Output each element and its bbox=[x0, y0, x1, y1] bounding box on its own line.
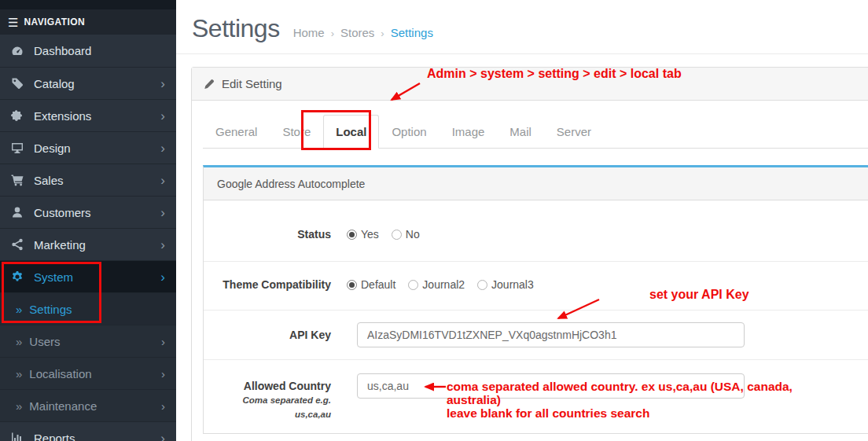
user-icon bbox=[11, 206, 24, 219]
sidebar-item-label: Extensions bbox=[34, 109, 160, 123]
chevron-right-icon: › bbox=[161, 336, 167, 347]
tab-local[interactable]: Local bbox=[323, 115, 379, 149]
sidebar-item-settings[interactable]: »Settings bbox=[0, 292, 176, 325]
sidebar-navigation-label: NAVIGATION bbox=[24, 17, 85, 28]
share-icon bbox=[11, 238, 24, 251]
sidebar-item-localisation[interactable]: »Localisation› bbox=[0, 357, 176, 389]
tag-icon bbox=[11, 77, 24, 90]
section-title: Google Address Autocomplete bbox=[204, 167, 868, 200]
edit-setting-panel: Edit Setting GeneralStoreLocalOptionImag… bbox=[191, 67, 868, 441]
tab-mail[interactable]: Mail bbox=[497, 115, 544, 149]
chevron-right-icon: › bbox=[160, 270, 167, 284]
radio-button-icon bbox=[408, 280, 418, 290]
chevron-right-icon: › bbox=[160, 109, 167, 123]
sidebar-item-design[interactable]: Design› bbox=[0, 131, 176, 164]
radio-theme-compatibility-default[interactable]: Default bbox=[347, 278, 395, 291]
sidebar-item-label: Reports bbox=[34, 432, 160, 441]
radio-option-label: Journal2 bbox=[422, 278, 465, 291]
radio-option-label: No bbox=[406, 228, 420, 241]
breadcrumb-separator-icon: › bbox=[331, 28, 334, 39]
chevron-right-icon: › bbox=[161, 368, 167, 380]
radio-group: YesNo bbox=[347, 228, 868, 241]
sidebar-item-system[interactable]: System› bbox=[0, 260, 176, 292]
tab-option[interactable]: Option bbox=[379, 115, 439, 149]
page-title: Settings bbox=[192, 14, 280, 43]
radio-button-icon bbox=[347, 280, 357, 290]
sidebar-navigation-header[interactable]: ☰ NAVIGATION bbox=[0, 9, 176, 35]
double-chevron-icon: » bbox=[16, 367, 22, 380]
tab-store[interactable]: Store bbox=[270, 115, 323, 149]
radio-status-yes[interactable]: Yes bbox=[347, 228, 379, 241]
sidebar-menu: DashboardCatalog›Extensions›Design›Sales… bbox=[0, 35, 176, 441]
sidebar-item-label: System bbox=[34, 270, 160, 284]
chevron-right-icon: › bbox=[160, 77, 167, 90]
sidebar-item-sales[interactable]: Sales› bbox=[0, 164, 176, 196]
sidebar-item-reports[interactable]: Reports› bbox=[0, 421, 176, 441]
form-row-allowed-country: Allowed Country Coma separated e.g. us,c… bbox=[204, 360, 868, 433]
sidebar-item-label: Users bbox=[29, 335, 161, 348]
breadcrumb-separator-icon: › bbox=[381, 28, 384, 39]
radio-option-label: Journal3 bbox=[491, 278, 534, 291]
sidebar-item-label: Marketing bbox=[34, 238, 160, 252]
field-label: Allowed Country Coma separated e.g. us,c… bbox=[216, 373, 331, 421]
chevron-right-icon: › bbox=[160, 432, 167, 441]
breadcrumb: Home›Stores›Settings bbox=[293, 26, 433, 39]
radio-theme-compatibility-journal3[interactable]: Journal3 bbox=[477, 278, 534, 291]
sidebar-item-extensions[interactable]: Extensions› bbox=[0, 99, 176, 131]
tab-server[interactable]: Server bbox=[544, 115, 604, 149]
breadcrumb-home[interactable]: Home bbox=[293, 26, 325, 39]
sidebar-item-customers[interactable]: Customers› bbox=[0, 196, 176, 228]
field-control bbox=[357, 322, 868, 347]
tab-bar: GeneralStoreLocalOptionImageMailServer bbox=[203, 115, 868, 149]
form-rows: StatusYesNoTheme CompatibilityDefaultJou… bbox=[204, 200, 868, 433]
panel-title: Edit Setting bbox=[222, 77, 282, 90]
puzzle-icon bbox=[11, 109, 24, 122]
radio-button-icon bbox=[392, 230, 402, 240]
gear-icon bbox=[11, 270, 24, 283]
chevron-right-icon: › bbox=[160, 174, 167, 187]
sidebar-item-label: Sales bbox=[34, 174, 160, 187]
field-control bbox=[357, 373, 868, 399]
sidebar-item-dashboard[interactable]: Dashboard bbox=[0, 35, 176, 67]
field-label: Status bbox=[216, 228, 331, 241]
opencart-admin-settings-page: { "sidebar": { "header": { "label": "NAV… bbox=[0, 0, 868, 441]
tab-image[interactable]: Image bbox=[440, 115, 498, 149]
radio-group: DefaultJournal2Journal3 bbox=[347, 278, 868, 291]
monitor-icon bbox=[11, 141, 24, 154]
radio-option-label: Yes bbox=[361, 228, 379, 241]
double-chevron-icon: » bbox=[16, 303, 22, 316]
dashboard-icon bbox=[11, 45, 24, 57]
bar-chart-icon bbox=[11, 432, 24, 441]
sidebar-item-catalog[interactable]: Catalog› bbox=[0, 67, 176, 99]
chevron-right-icon: › bbox=[160, 206, 167, 219]
panel-heading: Edit Setting bbox=[192, 68, 868, 101]
form-row-theme-compatibility: Theme CompatibilityDefaultJournal2Journa… bbox=[204, 262, 868, 311]
field-control: DefaultJournal2Journal3 bbox=[357, 278, 868, 291]
sidebar-item-marketing[interactable]: Marketing› bbox=[0, 228, 176, 260]
sidebar: ☰ NAVIGATION DashboardCatalog›Extensions… bbox=[0, 0, 176, 441]
pencil-icon bbox=[204, 79, 215, 90]
chevron-right-icon: › bbox=[160, 238, 167, 252]
google-address-autocomplete-panel: Google Address Autocomplete StatusYesNoT… bbox=[203, 165, 868, 434]
form-row-api-key: API Key bbox=[204, 311, 868, 360]
field-label: Theme Compatibility bbox=[216, 278, 331, 292]
sidebar-item-users[interactable]: »Users› bbox=[0, 325, 176, 357]
sidebar-item-label: Maintenance bbox=[29, 399, 161, 413]
sidebar-item-label: Localisation bbox=[29, 367, 161, 380]
sidebar-item-label: Catalog bbox=[34, 77, 160, 90]
radio-button-icon bbox=[477, 280, 487, 290]
allowed-country-input[interactable] bbox=[357, 373, 745, 399]
field-label: API Key bbox=[216, 322, 331, 342]
breadcrumb-settings[interactable]: Settings bbox=[391, 26, 433, 39]
api-key-input[interactable] bbox=[357, 322, 745, 347]
sidebar-item-label: Settings bbox=[29, 303, 167, 316]
radio-status-no[interactable]: No bbox=[392, 228, 420, 241]
sidebar-item-label: Dashboard bbox=[34, 44, 167, 57]
sidebar-item-label: Customers bbox=[34, 206, 160, 219]
page-header: Settings Home›Stores›Settings bbox=[176, 0, 868, 54]
breadcrumb-stores[interactable]: Stores bbox=[340, 26, 374, 39]
double-chevron-icon: » bbox=[16, 335, 22, 348]
tab-general[interactable]: General bbox=[203, 115, 270, 149]
radio-theme-compatibility-journal2[interactable]: Journal2 bbox=[408, 278, 465, 291]
sidebar-item-maintenance[interactable]: »Maintenance› bbox=[0, 389, 176, 421]
